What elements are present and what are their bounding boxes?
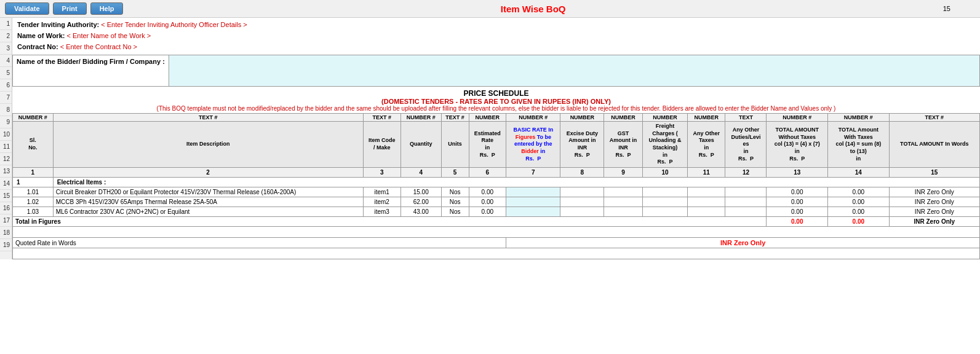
item-excise bbox=[560, 187, 604, 197]
contract-no-row: Contract No: < Enter the Contract No > bbox=[17, 41, 975, 52]
item-code: item1 bbox=[363, 187, 400, 197]
col-type-11: NUMBER bbox=[688, 114, 725, 122]
item-othertax bbox=[688, 207, 725, 217]
tender-inviting-value[interactable]: < Enter Tender Inviting Authority Office… bbox=[101, 21, 247, 28]
item-excise bbox=[560, 197, 604, 207]
section-electrical: 1 Electrical Items : bbox=[13, 178, 980, 187]
item-freight bbox=[642, 197, 687, 207]
col-num-1: 1 bbox=[13, 168, 54, 178]
col-hdr-sl: Sl.No. bbox=[13, 122, 54, 168]
item-desc: MCCB 3Ph 415V/230V 65Amps Thermal Releas… bbox=[53, 197, 363, 207]
item-sl: 1.01 bbox=[13, 187, 54, 197]
col-type-8: NUMBER bbox=[560, 114, 604, 122]
item-qty: 15.00 bbox=[400, 187, 441, 197]
item-otherduty bbox=[725, 197, 767, 207]
col-hdr-estrate: EstimatedRateinRs. P bbox=[469, 122, 506, 168]
section-title: Electrical Items : bbox=[53, 178, 979, 187]
item-inwords: INR Zero Only bbox=[889, 207, 979, 217]
col-hdr-excise: Excise DutyAmount inINRRs. P bbox=[560, 122, 604, 168]
item-otherduty bbox=[725, 187, 767, 197]
blank-row bbox=[13, 227, 980, 238]
total-with-val: 0.00 bbox=[828, 217, 890, 227]
col-type-5: TEXT # bbox=[441, 114, 469, 122]
price-schedule-note: (This BOQ template must not be modified/… bbox=[12, 105, 980, 112]
col-num-9: 9 bbox=[604, 168, 643, 178]
item-qty: 43.00 bbox=[400, 207, 441, 217]
info-section: Tender Inviting Authority: < Enter Tende… bbox=[12, 18, 980, 53]
page-title: Item Wise BoQ bbox=[127, 4, 939, 14]
validate-button[interactable]: Validate bbox=[5, 2, 49, 15]
item-basicrate[interactable] bbox=[506, 197, 560, 207]
col-num-6: 6 bbox=[469, 168, 506, 178]
col-num-13: 13 bbox=[767, 168, 828, 178]
total-without-val: 0.00 bbox=[767, 217, 828, 227]
table-row: 1.01 Circuit Breaker DTH200 or Equilant … bbox=[13, 187, 980, 197]
print-button[interactable]: Print bbox=[53, 2, 87, 15]
col-num-14: 14 bbox=[828, 168, 890, 178]
item-basicrate[interactable] bbox=[506, 207, 560, 217]
col-hdr-freight: FreightCharges (Unloading &Stacking)inRs… bbox=[642, 122, 687, 168]
col-num-7: 7 bbox=[506, 168, 560, 178]
total-words-val: INR Zero Only bbox=[889, 217, 979, 227]
col-hdr-totalwith: TOTAL AmountWith Taxescol (14) = sum (8)… bbox=[828, 122, 890, 168]
item-qty: 62.00 bbox=[400, 197, 441, 207]
quoted-rate-value: INR Zero Only bbox=[506, 238, 980, 248]
quoted-rate-row: Quoted Rate in Words INR Zero Only bbox=[13, 238, 980, 248]
main-content: Tender Inviting Authority: < Enter Tende… bbox=[12, 18, 980, 259]
bidder-input[interactable] bbox=[169, 55, 979, 86]
col-num-3: 3 bbox=[363, 168, 400, 178]
help-button[interactable]: Help bbox=[90, 2, 124, 15]
item-code: item2 bbox=[363, 197, 400, 207]
header-row-type: NUMBER # TEXT # TEXT # NUMBER # TEXT # N… bbox=[13, 114, 980, 122]
price-schedule-subtitle: (DOMESTIC TENDERS - RATES ARE TO GIVEN I… bbox=[12, 98, 980, 105]
col-type-12: TEXT bbox=[725, 114, 767, 122]
col-hdr-othertax: Any OtherTaxesinRs. P bbox=[688, 122, 725, 168]
header-row-desc: Sl.No. Item Description Item Code/ Make … bbox=[13, 122, 980, 168]
col-type-3: TEXT # bbox=[363, 114, 400, 122]
price-schedule-header: PRICE SCHEDULE (DOMESTIC TENDERS - RATES… bbox=[12, 89, 980, 112]
col-num-8: 8 bbox=[560, 168, 604, 178]
item-basicrate[interactable] bbox=[506, 187, 560, 197]
name-of-work-value[interactable]: < Enter Name of the Work > bbox=[66, 32, 151, 39]
col-num-5: 5 bbox=[441, 168, 469, 178]
col-hdr-desc: Item Description bbox=[53, 122, 363, 168]
toolbar: Validate Print Help Item Wise BoQ 15 bbox=[0, 0, 980, 18]
contract-no-value[interactable]: < Enter the Contract No > bbox=[60, 43, 137, 50]
total-label: Total in Figures bbox=[13, 217, 767, 227]
item-otherduty bbox=[725, 207, 767, 217]
col-type-7: NUMBER # bbox=[506, 114, 560, 122]
total-in-figures-row: Total in Figures 0.00 0.00 INR Zero Only bbox=[13, 217, 980, 227]
item-totalwith: 0.00 bbox=[828, 207, 890, 217]
col-type-9: NUMBER bbox=[604, 114, 643, 122]
col-hdr-code: Item Code/ Make bbox=[363, 122, 400, 168]
col-num-12: 12 bbox=[725, 168, 767, 178]
col-hdr-totalwithout: TOTAL AMOUNTWithout Taxescol (13) = (4) … bbox=[767, 122, 828, 168]
col-type-4: NUMBER # bbox=[400, 114, 441, 122]
name-of-work-row: Name of Work: < Enter Name of the Work > bbox=[17, 30, 975, 41]
bidder-label: Name of the Bidder/ Bidding Firm / Compa… bbox=[13, 55, 169, 86]
section-sl: 1 bbox=[13, 178, 54, 187]
col-num-2: 2 bbox=[53, 168, 363, 178]
item-totalwithout: 0.00 bbox=[767, 187, 828, 197]
col-hdr-qty: Quantity bbox=[400, 122, 441, 168]
boq-table: NUMBER # TEXT # TEXT # NUMBER # TEXT # N… bbox=[12, 113, 980, 259]
col-numbers-row: 1 2 3 4 5 6 7 8 9 10 11 12 13 14 15 bbox=[13, 168, 980, 178]
item-sl: 1.02 bbox=[13, 197, 54, 207]
col-num-11: 11 bbox=[688, 168, 725, 178]
item-freight bbox=[642, 187, 687, 197]
quoted-rate-label: Quoted Rate in Words bbox=[13, 238, 506, 248]
blank-row-2 bbox=[13, 248, 980, 259]
col-type-13: NUMBER # bbox=[767, 114, 828, 122]
bidder-box: Name of the Bidder/ Bidding Firm / Compa… bbox=[12, 55, 980, 87]
item-totalwith: 0.00 bbox=[828, 187, 890, 197]
tender-inviting-row: Tender Inviting Authority: < Enter Tende… bbox=[17, 19, 975, 30]
col-type-14: NUMBER # bbox=[828, 114, 890, 122]
col-hdr-units: Units bbox=[441, 122, 469, 168]
col-num-4: 4 bbox=[400, 168, 441, 178]
item-desc: Circuit Breaker DTH200 or Equilant Prote… bbox=[53, 187, 363, 197]
item-othertax bbox=[688, 187, 725, 197]
item-inwords: INR Zero Only bbox=[889, 197, 979, 207]
row-numbers: 1 2 3 4 5 6 7 8 9 10 11 12 13 14 15 16 1… bbox=[0, 18, 12, 259]
col-type-1: NUMBER # bbox=[13, 114, 54, 122]
page-number: 15 bbox=[943, 5, 950, 12]
